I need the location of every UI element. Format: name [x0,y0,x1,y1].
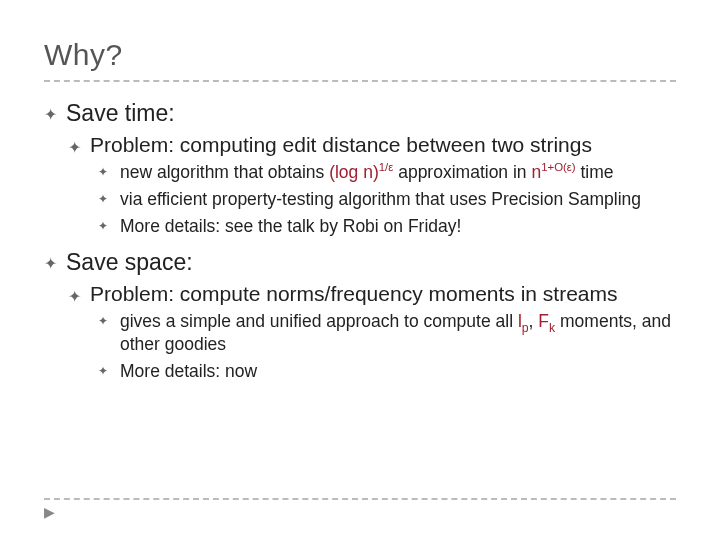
bullet-icon: ✦ [44,100,66,123]
list-item: ✦ via efficient property-testing algorit… [98,188,676,211]
highlight-text: lp [518,311,529,331]
bullet-icon: ✦ [98,215,120,232]
highlight-text: n1+O(ε) [531,162,575,182]
level2-list: ✦ Problem: computing edit distance betwe… [68,133,676,237]
highlight-text: Fk [538,311,555,331]
bullet-icon: ✦ [98,310,120,327]
slide-title: Why? [44,38,676,72]
title-divider [44,80,676,82]
bullet-icon: ✦ [68,282,90,305]
body-text: new algorithm that obtains (log n)1/ε ap… [120,161,676,184]
list-item: ✦ Problem: compute norms/frequency momen… [68,282,676,382]
list-item: ✦ gives a simple and unified approach to… [98,310,676,356]
section-heading: Save time: [66,100,676,127]
bullet-icon: ✦ [98,360,120,377]
bullet-icon: ✦ [98,188,120,205]
body-text: More details: now [120,360,676,383]
level2-list: ✦ Problem: compute norms/frequency momen… [68,282,676,382]
list-item: ✦ More details: see the talk by Robi on … [98,215,676,238]
highlight-text: (log n)1/ε [329,162,393,182]
body-text: More details: see the talk by Robi on Fr… [120,215,676,238]
slide: Why? ✦ Save time: ✦ Problem: computing e… [0,0,720,540]
bullet-icon: ✦ [44,249,66,272]
level1-list: ✦ Save time: ✦ Problem: computing edit d… [44,100,676,383]
footer-arrow-icon: ▶ [44,504,55,520]
subsection-heading: Problem: compute norms/frequency moments… [90,282,676,306]
section-heading: Save space: [66,249,676,276]
body-text: via efficient property-testing algorithm… [120,188,676,211]
list-item: ✦ new algorithm that obtains (log n)1/ε … [98,161,676,184]
level3-list: ✦ gives a simple and unified approach to… [98,310,676,382]
list-item: ✦ Save space: ✦ Problem: compute norms/f… [44,249,676,382]
bullet-icon: ✦ [68,133,90,156]
body-text: gives a simple and unified approach to c… [120,310,676,356]
list-item: ✦ More details: now [98,360,676,383]
bullet-icon: ✦ [98,161,120,178]
subsection-heading: Problem: computing edit distance between… [90,133,676,157]
level3-list: ✦ new algorithm that obtains (log n)1/ε … [98,161,676,237]
list-item: ✦ Problem: computing edit distance betwe… [68,133,676,237]
footer-divider [44,498,676,500]
list-item: ✦ Save time: ✦ Problem: computing edit d… [44,100,676,237]
